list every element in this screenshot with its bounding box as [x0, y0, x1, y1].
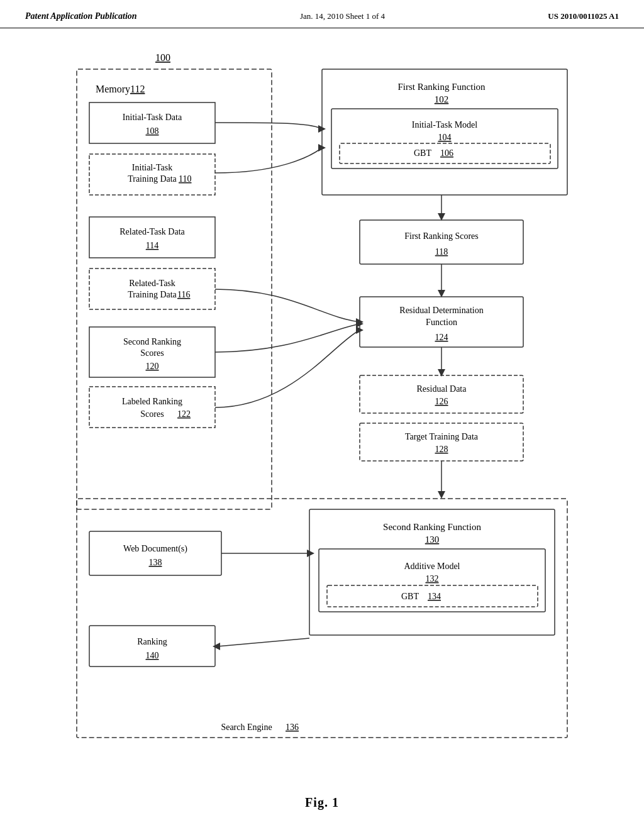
search-engine-label: Search Engine	[221, 722, 272, 732]
residual-data-box	[360, 375, 523, 413]
target-training-data-number: 128	[435, 445, 448, 454]
residual-determination-number: 124	[435, 333, 448, 342]
header-left: Patent Application Publication	[25, 11, 137, 21]
gbt-106-label: GBT	[414, 148, 431, 158]
second-ranking-function-number: 130	[425, 534, 440, 545]
second-ranking-scores-label1: Second Ranking	[123, 337, 181, 346]
initial-task-data-label1: Initial-Task Data	[123, 113, 182, 122]
initial-task-training-number: 110	[179, 174, 191, 184]
initial-task-training-label2: Training Data	[128, 174, 177, 184]
figure-caption: Fig. 1	[25, 795, 619, 810]
related-task-training-number: 116	[177, 290, 190, 299]
related-task-data-label1: Related-Task Data	[119, 227, 185, 236]
residual-determination-label1: Residual Determination	[399, 306, 483, 315]
labeled-ranking-scores-box	[89, 387, 215, 428]
initial-task-training-label1: Initial-Task	[132, 163, 172, 172]
ranking-number: 140	[146, 651, 159, 660]
header-right: US 2010/0011025 A1	[548, 11, 619, 21]
search-engine-outer-box	[77, 499, 567, 738]
web-documents-box	[89, 531, 221, 575]
memory-outer-box	[77, 69, 272, 509]
page-header: Patent Application Publication Jan. 14, …	[0, 0, 644, 28]
target-training-data-box	[360, 423, 523, 461]
second-ranking-function-label: Second Ranking Function	[383, 522, 481, 532]
related-task-data-box	[89, 217, 215, 258]
second-ranking-scores-label2: Scores	[140, 348, 164, 358]
memory-label: Memory	[96, 84, 130, 95]
labeled-ranking-scores-label1: Labeled Ranking	[122, 397, 182, 406]
first-ranking-scores-number: 118	[435, 247, 448, 257]
first-ranking-function-label1: First Ranking Function	[397, 82, 486, 92]
arrow-srf-to-ranking	[218, 638, 309, 646]
initial-task-model-number: 104	[438, 133, 452, 142]
ranking-label: Ranking	[137, 637, 167, 646]
gbt-134-label: GBT	[401, 592, 419, 601]
label-100: 100	[155, 52, 170, 63]
initial-task-data-number: 108	[146, 126, 159, 136]
arrow-ttd-to-srf-head	[438, 491, 445, 499]
related-task-training-label1: Related-Task	[129, 279, 175, 288]
memory-number: 112	[130, 84, 145, 94]
residual-data-label: Residual Data	[417, 384, 467, 394]
labeled-ranking-scores-label2: Scores	[140, 409, 164, 419]
arrow-lrs-to-rdf	[215, 330, 360, 407]
web-documents-number: 138	[149, 558, 162, 567]
arrow-srf-to-ranking-head	[213, 643, 220, 650]
initial-task-model-label: Initial-Task Model	[412, 120, 477, 130]
diagram-area: 100 Memory 112 Initial-Task Data 108 Ini…	[0, 28, 644, 830]
gbt-134-number: 134	[428, 592, 441, 601]
first-ranking-scores-box	[360, 220, 523, 264]
first-ranking-scores-label: First Ranking Scores	[404, 231, 478, 241]
target-training-data-label: Target Training Data	[405, 432, 479, 441]
related-task-training-box	[89, 268, 215, 309]
arrow-ittd-to-frf	[215, 148, 322, 173]
gbt-106-number: 106	[440, 148, 453, 158]
first-ranking-function-number: 102	[435, 94, 449, 104]
additive-model-label: Additive Model	[404, 562, 460, 571]
residual-determination-label2: Function	[426, 318, 457, 327]
related-task-data-number: 114	[146, 241, 158, 250]
arrow-wd-to-srf-head	[307, 550, 314, 557]
web-documents-label1: Web Document(s)	[123, 544, 187, 554]
second-ranking-scores-number: 120	[146, 362, 159, 371]
arrow-frf-to-frs-head	[438, 213, 445, 221]
diagram-svg: 100 Memory 112 Initial-Task Data 108 Ini…	[39, 41, 605, 783]
arrow-frs-to-rdf-head	[438, 290, 445, 297]
arrow-rttd-to-rdf	[215, 289, 360, 322]
search-engine-number: 136	[286, 722, 299, 732]
labeled-ranking-scores-number: 122	[177, 409, 191, 419]
header-center: Jan. 14, 2010 Sheet 1 of 4	[300, 11, 385, 21]
residual-data-number: 126	[435, 397, 448, 406]
initial-task-data-box	[89, 102, 215, 143]
arrow-srs-to-rdf	[215, 324, 360, 352]
additive-model-number: 132	[426, 574, 439, 584]
arrow-itd-to-frf	[215, 123, 322, 129]
related-task-training-label2: Training Data	[128, 290, 177, 299]
